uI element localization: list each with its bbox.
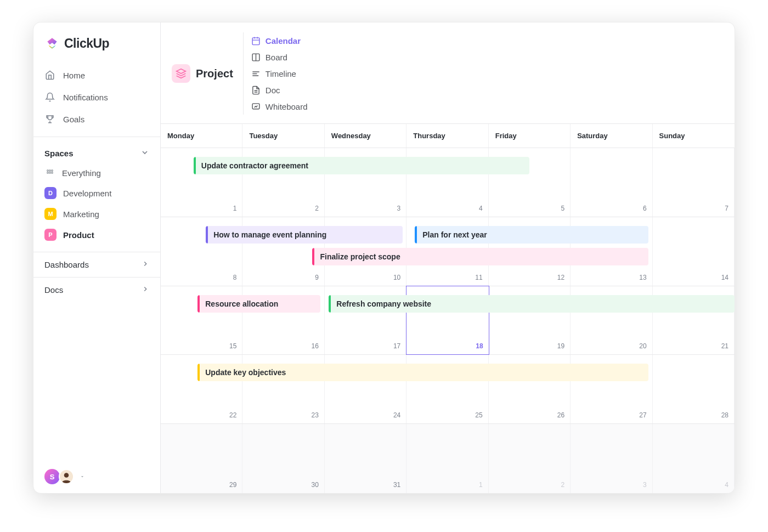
calendar-day-cell[interactable]: 6: [571, 148, 652, 217]
calendar-day-cell[interactable]: 31: [325, 424, 406, 493]
sidebar-space-product[interactable]: PProduct: [33, 224, 160, 245]
calendar-body: 1234567Update contractor agreement891011…: [161, 148, 735, 493]
day-number: 1: [479, 481, 483, 489]
logo-icon: [44, 36, 60, 51]
event-color-bar: [415, 226, 417, 244]
day-number: 12: [557, 274, 564, 281]
event-color-bar: [197, 364, 200, 381]
day-number: 13: [639, 274, 646, 281]
space-label: Marketing: [63, 210, 99, 219]
user-avatars[interactable]: S: [33, 469, 160, 484]
day-header: Wednesday: [325, 124, 406, 148]
avatar[interactable]: S: [44, 469, 60, 484]
calendar-day-cell[interactable]: 28: [653, 355, 735, 423]
space-badge: D: [44, 187, 57, 199]
day-number: 8: [233, 274, 237, 281]
svg-point-5: [52, 172, 53, 174]
day-header: Thursday: [406, 124, 488, 148]
day-number: 27: [639, 411, 646, 419]
event-color-bar: [194, 157, 196, 174]
calendar-day-cell[interactable]: 2: [489, 424, 571, 493]
day-number: 10: [393, 274, 400, 281]
divider: [33, 137, 160, 137]
sidebar-item-notifications[interactable]: Notifications: [33, 86, 160, 108]
calendar-event[interactable]: Resource allocation: [197, 295, 320, 313]
calendar-event[interactable]: How to manage event planning: [206, 226, 403, 244]
calendar-event[interactable]: Update contractor agreement: [194, 157, 530, 174]
event-color-bar: [312, 248, 314, 265]
tab-doc[interactable]: Doc: [243, 82, 315, 98]
day-number: 29: [229, 481, 236, 489]
sidebar-space-development[interactable]: DDevelopment: [33, 183, 160, 203]
day-number: 28: [721, 411, 729, 419]
calendar-day-cell[interactable]: 1: [406, 424, 488, 493]
caret-down-icon[interactable]: [80, 472, 85, 482]
day-number: 14: [721, 274, 729, 281]
space-badge: M: [44, 208, 57, 220]
section-label: Dashboards: [44, 260, 89, 269]
day-header: Monday: [161, 124, 242, 148]
day-number: 4: [479, 205, 483, 212]
avatar[interactable]: [59, 469, 74, 484]
day-number: 2: [315, 205, 319, 212]
day-number: 6: [643, 205, 647, 212]
svg-point-0: [47, 170, 49, 172]
day-number: 9: [315, 274, 319, 281]
logo[interactable]: ClickUp: [33, 33, 160, 64]
day-number: 3: [397, 205, 401, 212]
space-badge: P: [44, 229, 57, 241]
project-badge[interactable]: [172, 64, 190, 83]
day-number: 20: [639, 342, 646, 350]
day-number: 25: [475, 411, 482, 419]
sidebar-space-marketing[interactable]: MMarketing: [33, 203, 160, 224]
day-number: 21: [721, 342, 729, 350]
day-number: 22: [229, 411, 236, 419]
everything-label: Everything: [62, 168, 101, 178]
sidebar-item-home[interactable]: Home: [33, 64, 160, 86]
calendar-day-cell[interactable]: 29: [161, 424, 242, 493]
tab-whiteboard[interactable]: Whiteboard: [243, 98, 315, 115]
calendar-day-cell[interactable]: 4: [653, 424, 735, 493]
event-label: Resource allocation: [205, 299, 278, 308]
day-number: 11: [475, 274, 482, 281]
sidebar-section-dashboards[interactable]: Dashboards: [33, 252, 160, 277]
calendar-event[interactable]: Finalize project scope: [312, 248, 648, 265]
nav-label: Home: [63, 71, 85, 80]
sidebar-item-goals[interactable]: Goals: [33, 108, 160, 130]
calendar-icon: [251, 36, 261, 46]
chevron-right-icon: [142, 285, 149, 295]
calendar-day-cell[interactable]: 7: [653, 148, 735, 217]
app-window: ClickUp HomeNotificationsGoals Spaces Ev…: [33, 22, 735, 494]
brand-name: ClickUp: [64, 36, 109, 51]
day-header: Friday: [489, 124, 571, 148]
tab-timeline[interactable]: Timeline: [243, 65, 315, 82]
calendar-event[interactable]: Plan for next year: [415, 226, 648, 244]
calendar-week: 22232425262728Update key objectives: [161, 355, 735, 424]
sidebar-item-everything[interactable]: Everything: [33, 163, 160, 183]
event-label: Update contractor agreement: [201, 161, 308, 170]
spaces-header[interactable]: Spaces: [33, 144, 160, 163]
svg-point-3: [47, 172, 49, 174]
day-number: 2: [561, 481, 564, 489]
tab-calendar[interactable]: Calendar: [243, 32, 315, 49]
day-number: 31: [393, 481, 400, 489]
calendar-day-cell[interactable]: 3: [571, 424, 652, 493]
tab-board[interactable]: Board: [243, 49, 315, 65]
sidebar-section-docs[interactable]: Docs: [33, 277, 160, 302]
spaces-label: Spaces: [44, 149, 74, 158]
calendar-week: 891011121314How to manage event planning…: [161, 217, 735, 286]
trophy-icon: [44, 114, 55, 124]
calendar-day-cell[interactable]: 14: [653, 217, 735, 286]
day-number: 15: [229, 342, 236, 350]
calendar-day-cell[interactable]: 30: [242, 424, 324, 493]
page-title: Project: [196, 67, 233, 80]
day-number: 4: [725, 481, 729, 489]
calendar-event[interactable]: Update key objectives: [197, 364, 648, 381]
tab-label: Calendar: [266, 36, 301, 46]
sidebar: ClickUp HomeNotificationsGoals Spaces Ev…: [33, 22, 161, 493]
doc-icon: [251, 85, 261, 95]
calendar-event[interactable]: Refresh company website: [329, 295, 735, 313]
tab-label: Timeline: [266, 69, 296, 78]
svg-point-4: [49, 172, 51, 174]
board-icon: [251, 52, 261, 62]
